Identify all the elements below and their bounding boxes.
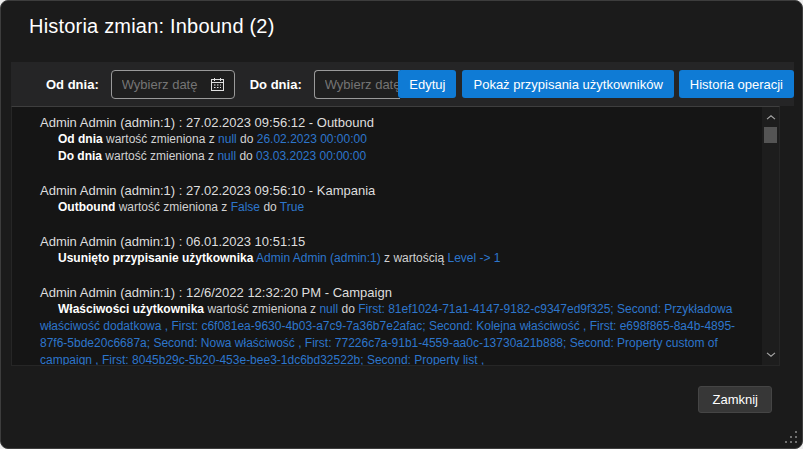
change-line: Do dnia wartość zmieniona z null do 03.0… [40, 148, 754, 165]
history-dialog: Historia zmian: Inbound (2) Od dnia: [0, 0, 803, 449]
change-value: null [218, 132, 237, 146]
resize-grip-icon[interactable] [784, 430, 798, 444]
change-value: Admin Admin (admin:1) [256, 251, 381, 265]
change-line: Usunięto przypisanie użytkownika Admin A… [40, 250, 754, 267]
scroll-down-button[interactable] [762, 347, 779, 361]
change-field-label: Właściwości użytkownika [58, 302, 204, 316]
entry-header: Admin Admin (admin:1) : 27.02.2023 09:56… [40, 182, 754, 199]
change-text: do [338, 302, 358, 316]
change-value: null [319, 302, 338, 316]
vertical-scrollbar[interactable] [762, 107, 779, 365]
from-date-input[interactable] [122, 77, 208, 92]
change-field-label: Do dnia [58, 149, 102, 163]
scrollbar-thumb[interactable] [764, 127, 777, 143]
change-text: wartość zmieniona z [115, 200, 230, 214]
history-list-entries: Admin Admin (admin:1) : 27.02.2023 09:56… [40, 114, 754, 366]
change-text: wartość zmieniona z [102, 149, 217, 163]
entry-header: Admin Admin (admin:1) : 12/6/2022 12:32:… [40, 284, 754, 301]
chevron-up-icon [766, 115, 776, 120]
to-date-field[interactable] [314, 70, 401, 99]
change-value: True [280, 200, 304, 214]
history-entry: Admin Admin (admin:1) : 12/6/2022 12:32:… [40, 284, 754, 366]
change-line: Outbound wartość zmieniona z False do Tr… [40, 199, 754, 216]
to-date-input[interactable] [325, 77, 401, 92]
filter-toolbar: Od dnia: Do dnia: [11, 62, 794, 106]
change-field-label: Outbound [58, 200, 115, 214]
scroll-up-button[interactable] [762, 110, 779, 124]
change-text: z wartością [381, 251, 448, 265]
show-user-assignments-button[interactable]: Pokaż przypisania użytkowników [462, 70, 673, 98]
history-list: Admin Admin (admin:1) : 27.02.2023 09:56… [11, 106, 780, 366]
change-text: wartość zmieniona z [103, 132, 218, 146]
change-text: do [237, 132, 257, 146]
change-field-label: Usunięto przypisanie użytkownika [58, 251, 253, 265]
change-text: do [260, 200, 280, 214]
history-entry: Admin Admin (admin:1) : 27.02.2023 09:56… [40, 182, 754, 216]
change-value: False [231, 200, 260, 214]
entry-header: Admin Admin (admin:1) : 27.02.2023 09:56… [40, 114, 754, 131]
edit-button[interactable]: Edytuj [398, 70, 456, 98]
history-entry: Admin Admin (admin:1) : 27.02.2023 09:56… [40, 114, 754, 165]
change-line: Od dnia wartość zmieniona z null do 26.0… [40, 131, 754, 148]
change-field-label: Od dnia [58, 132, 103, 146]
change-value: 03.03.2023 00:00:00 [256, 149, 366, 163]
change-line: Właściwości użytkownika wartość zmienion… [40, 301, 754, 366]
from-date-field[interactable] [111, 70, 235, 99]
chevron-down-icon [766, 352, 776, 357]
calendar-icon[interactable] [210, 77, 225, 92]
to-date-label: Do dnia: [250, 77, 302, 92]
close-button[interactable]: Zamknij [698, 386, 772, 413]
operations-history-button[interactable]: Historia operacji [679, 70, 794, 98]
change-value: null [217, 149, 236, 163]
dialog-title: Historia zmian: Inbound (2) [29, 15, 275, 38]
history-entry: Admin Admin (admin:1) : 06.01.2023 10:51… [40, 233, 754, 267]
change-text: do [236, 149, 256, 163]
change-value: 26.02.2023 00:00:00 [257, 132, 367, 146]
from-date-label: Od dnia: [46, 77, 99, 92]
entry-header: Admin Admin (admin:1) : 06.01.2023 10:51… [40, 233, 754, 250]
change-text: wartość zmieniona z [204, 302, 319, 316]
change-value: Level -> 1 [447, 251, 500, 265]
